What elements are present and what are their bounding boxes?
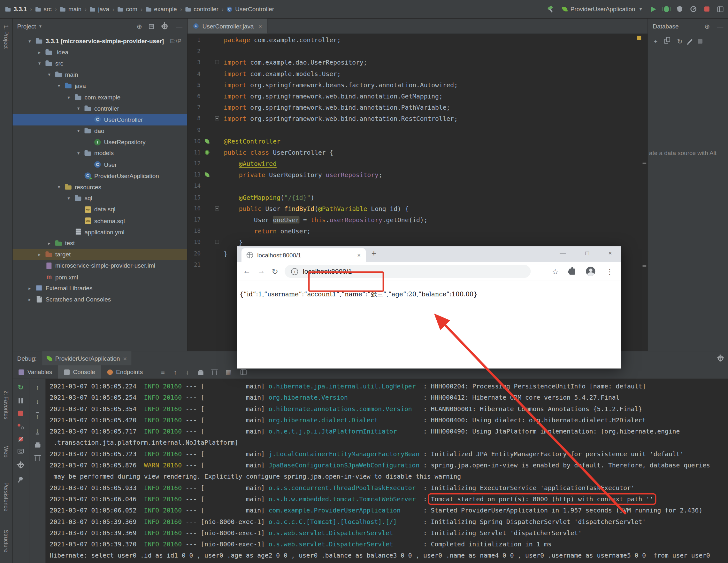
collapse-all-icon[interactable] xyxy=(149,24,154,29)
code-line[interactable]: 13 private UserRepository userRepository… xyxy=(188,169,648,180)
code-line[interactable]: 18 return oneUser; xyxy=(188,225,648,236)
breadcrumb-item-src[interactable]: src xyxy=(35,4,52,14)
fold-marker-icon[interactable]: − xyxy=(213,57,222,68)
fold-marker-icon[interactable]: − xyxy=(213,113,222,124)
tree-item-dao[interactable]: ▾dao xyxy=(12,125,187,136)
code-line[interactable]: 8−import org.springframework.web.bind.an… xyxy=(188,113,648,124)
clear-console-icon[interactable] xyxy=(212,370,217,375)
scroll-to-end-icon[interactable]: ↓ xyxy=(36,427,39,435)
fold-box-icon[interactable]: − xyxy=(215,60,219,64)
maximize-icon[interactable]: □ xyxy=(585,249,589,256)
tree-item-schema-sql[interactable]: schema.sql xyxy=(12,215,187,226)
locate-icon[interactable]: ⊕ xyxy=(137,23,142,29)
collapsed-arrow-icon[interactable]: ▸ xyxy=(27,286,33,291)
menu-icon[interactable]: ⋮ xyxy=(606,267,613,276)
inspection-marker[interactable] xyxy=(637,36,641,40)
extensions-icon[interactable] xyxy=(569,268,575,274)
tree-item-scratches-and-consoles[interactable]: ▸Scratches and Consoles xyxy=(12,294,187,305)
tool-button-project[interactable]: 1: Project xyxy=(3,25,9,49)
navigate-up-icon[interactable]: ↑ xyxy=(36,384,39,391)
breadcrumb-item-example[interactable]: example xyxy=(145,4,177,14)
soft-wrap-icon[interactable]: ≡ xyxy=(161,369,165,375)
close-window-icon[interactable]: × xyxy=(609,249,612,256)
expanded-arrow-icon[interactable]: ▾ xyxy=(75,151,81,156)
view-breakpoints-icon[interactable] xyxy=(18,423,24,429)
minimize-icon[interactable]: — xyxy=(560,249,566,256)
project-panel-title[interactable]: Project xyxy=(17,23,36,30)
settings-icon[interactable] xyxy=(162,23,167,29)
tree-item-pom-xml[interactable]: pom.xml xyxy=(12,271,187,283)
tab-console[interactable]: Console xyxy=(58,365,101,379)
tree-item--idea[interactable]: ▸.idea xyxy=(12,47,187,58)
breadcrumb-item-java[interactable]: java xyxy=(89,4,110,14)
database-panel-title[interactable]: Database xyxy=(653,23,679,30)
tool-button-favorites[interactable]: 2: Favorites xyxy=(3,390,9,420)
run-configuration-select[interactable]: ProviderUserApplication ▼ xyxy=(562,5,643,12)
debug-session-tab[interactable]: ProviderUserApplication × xyxy=(42,351,131,366)
settings-icon[interactable] xyxy=(718,356,723,361)
code-line[interactable]: 9 xyxy=(188,124,648,135)
profiler-button[interactable] xyxy=(690,6,696,12)
code-line[interactable]: 11public class UserController { xyxy=(188,147,648,158)
tree-item-controller[interactable]: ▾controller xyxy=(12,103,187,114)
tree-item-src[interactable]: ▾src xyxy=(12,58,187,69)
spring-bean-gutter-icon[interactable] xyxy=(203,147,213,158)
tree-item-usercontroller[interactable]: UserController xyxy=(12,114,187,125)
breadcrumb-item-usercontroller[interactable]: UserController xyxy=(226,4,275,14)
reload-icon[interactable]: ↻ xyxy=(272,266,278,276)
tree-item-target[interactable]: ▸target xyxy=(12,249,187,260)
edit-icon[interactable] xyxy=(688,39,693,43)
tree-item-sql[interactable]: ▾sql xyxy=(12,193,187,204)
settings-icon[interactable] xyxy=(18,462,23,468)
tree-item-main[interactable]: ▾main xyxy=(12,69,187,80)
expanded-arrow-icon[interactable]: ▾ xyxy=(36,61,42,66)
print-icon[interactable] xyxy=(198,371,203,375)
fold-box-icon[interactable]: − xyxy=(215,240,219,244)
tree-item-data-sql[interactable]: data.sql xyxy=(12,204,187,215)
stop-button[interactable] xyxy=(704,6,709,12)
fold-box-icon[interactable]: − xyxy=(215,116,219,120)
hide-panel-icon[interactable]: — xyxy=(176,23,182,29)
spring-spring-gutter-icon[interactable] xyxy=(203,135,213,147)
rerun-icon[interactable]: ↻ xyxy=(18,384,24,391)
add-data-source-icon[interactable]: + xyxy=(654,38,657,44)
close-icon[interactable]: × xyxy=(123,355,127,362)
tree-item-user[interactable]: User xyxy=(12,159,187,170)
navigate-down-icon[interactable]: ↓ xyxy=(36,398,39,405)
scroll-down-icon[interactable]: ↓ xyxy=(186,369,189,375)
code-line[interactable]: 5import org.springframework.beans.factor… xyxy=(188,79,648,90)
tree-item-java[interactable]: ▾java xyxy=(12,80,187,91)
expanded-arrow-icon[interactable]: ▾ xyxy=(75,128,81,133)
tree-item-test[interactable]: ▸test xyxy=(12,237,187,249)
locate-icon[interactable]: ⊕ xyxy=(704,23,710,29)
collapsed-arrow-icon[interactable]: ▸ xyxy=(36,252,42,257)
restore-layout-icon[interactable] xyxy=(241,369,247,375)
pin-icon[interactable] xyxy=(18,476,23,481)
scroll-to-top-icon[interactable]: ↑ xyxy=(36,412,39,420)
run-button[interactable] xyxy=(651,6,656,12)
tree-item-application-yml[interactable]: application.yml xyxy=(12,226,187,237)
code-line[interactable]: 14 xyxy=(188,181,648,192)
tree-item-3-3-1-microservice-simple-provider-user-[interactable]: ▾3.3.1 [microservice-simple-provider-use… xyxy=(12,35,187,46)
fold-marker-icon[interactable]: − xyxy=(213,236,222,248)
code-line[interactable]: 15 @GetMapping("/{id}") xyxy=(188,192,648,203)
code-line[interactable]: 1package com.example.controller; xyxy=(188,35,648,46)
print-icon[interactable] xyxy=(34,444,40,448)
code-line[interactable]: 12 @Autowired xyxy=(188,158,648,169)
tree-item-external-libraries[interactable]: ▸External Libraries xyxy=(12,283,187,294)
breadcrumb-item-com[interactable]: com xyxy=(117,4,138,14)
code-line[interactable]: 10@RestController xyxy=(188,135,648,147)
bookmark-star-icon[interactable]: ☆ xyxy=(552,267,559,276)
debug-button[interactable] xyxy=(664,6,669,12)
fold-marker-icon[interactable]: − xyxy=(213,203,222,214)
expanded-arrow-icon[interactable]: ▾ xyxy=(65,95,72,100)
browser-tab[interactable]: localhost:8000/1 × xyxy=(241,248,366,262)
layout-icon[interactable] xyxy=(717,6,724,12)
tab-endpoints[interactable]: Endpoints xyxy=(101,365,149,379)
expanded-arrow-icon[interactable]: ▾ xyxy=(56,184,62,189)
expanded-arrow-icon[interactable]: ▾ xyxy=(46,72,52,77)
expanded-arrow-icon[interactable]: ▾ xyxy=(56,83,62,89)
code-line[interactable]: 17 User oneUser = this.userRepository.ge… xyxy=(188,214,648,225)
grid-icon[interactable]: ▦ xyxy=(226,369,232,375)
editor-tab-usercontroller[interactable]: UserController.java × xyxy=(188,19,268,34)
